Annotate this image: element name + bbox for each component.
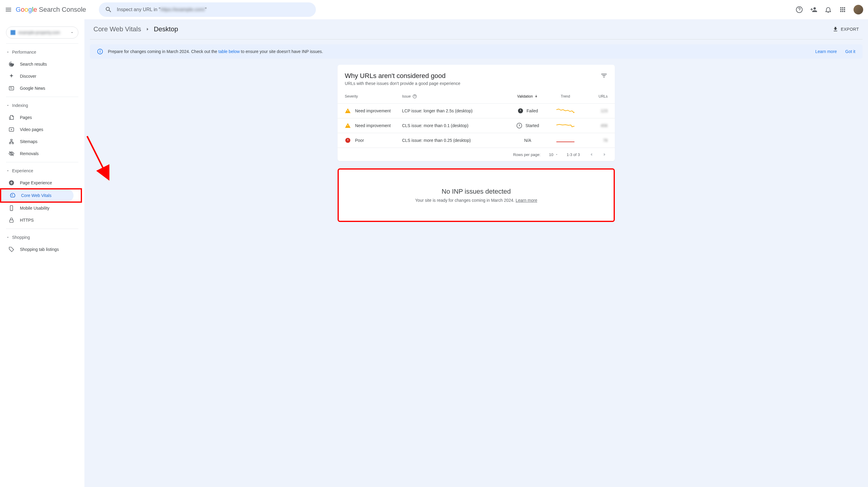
failed-icon bbox=[518, 108, 524, 114]
main-content: Core Web Vitals Desktop EXPORT Prepare f… bbox=[84, 19, 868, 487]
inp-card-title: No INP issues detected bbox=[351, 188, 601, 195]
mobile-icon bbox=[8, 205, 14, 211]
apps-grid-icon[interactable] bbox=[839, 6, 846, 13]
issues-card: Why URLs aren't considered good URLs wit… bbox=[338, 65, 615, 161]
video-icon bbox=[8, 127, 14, 132]
app-header: Google Search Console Inspect any URL in… bbox=[0, 0, 868, 19]
banner-learn-more[interactable]: Learn more bbox=[815, 49, 837, 54]
section-indexing[interactable]: Indexing bbox=[0, 99, 84, 111]
property-selector[interactable]: example-property.com bbox=[6, 27, 79, 38]
export-button[interactable]: EXPORT bbox=[832, 26, 859, 32]
col-urls[interactable]: URLs bbox=[584, 94, 608, 98]
product-name: Search Console bbox=[39, 6, 86, 13]
banner-text: Prepare for changes coming in March 2024… bbox=[108, 49, 323, 54]
warning-icon bbox=[345, 123, 351, 129]
chevron-down-icon bbox=[6, 50, 10, 54]
error-icon bbox=[345, 137, 351, 143]
removals-icon bbox=[8, 151, 14, 157]
nav-shopping-listings[interactable]: Shopping tab listings bbox=[0, 244, 80, 255]
hamburger-menu-icon[interactable] bbox=[5, 6, 12, 13]
nav-sitemaps[interactable]: Sitemaps bbox=[0, 135, 80, 148]
google-logo: Google bbox=[16, 6, 37, 13]
page-header: Core Web Vitals Desktop EXPORT bbox=[84, 19, 868, 39]
chevron-down-icon bbox=[6, 169, 10, 172]
col-trend[interactable]: Trend bbox=[547, 94, 584, 98]
nav-discover[interactable]: Discover bbox=[0, 70, 80, 82]
svg-rect-9 bbox=[10, 220, 13, 222]
svg-point-12 bbox=[100, 50, 100, 50]
section-performance[interactable]: Performance bbox=[0, 46, 84, 58]
trend-sparkline bbox=[556, 137, 575, 143]
next-page-icon[interactable] bbox=[601, 152, 608, 158]
rows-per-page-select[interactable]: 10 bbox=[549, 152, 558, 157]
table-header: Severity Issue Validation Trend URLs bbox=[338, 90, 615, 104]
help-icon[interactable] bbox=[796, 6, 803, 13]
col-validation[interactable]: Validation bbox=[508, 94, 547, 98]
nav-mobile-usability[interactable]: Mobile Usability bbox=[0, 202, 80, 214]
breadcrumb: Core Web Vitals Desktop bbox=[93, 25, 178, 33]
nav-google-news[interactable]: Google News bbox=[0, 82, 80, 94]
inp-status-card: No INP issues detected Your site is read… bbox=[338, 168, 615, 222]
property-name: example-property.com bbox=[19, 30, 67, 35]
nav-https[interactable]: HTTPS bbox=[0, 214, 80, 226]
issues-table: Severity Issue Validation Trend URLs bbox=[338, 90, 615, 148]
tag-icon bbox=[8, 246, 14, 252]
table-row[interactable]: Need improvement CLS issue: more than 0.… bbox=[338, 118, 615, 133]
banner-got-it[interactable]: Got it bbox=[845, 49, 855, 54]
news-icon bbox=[8, 85, 14, 91]
nav-removals[interactable]: Removals bbox=[0, 148, 80, 160]
user-avatar[interactable] bbox=[854, 5, 863, 14]
breadcrumb-parent[interactable]: Core Web Vitals bbox=[93, 25, 141, 33]
product-logo[interactable]: Google Search Console bbox=[16, 6, 86, 13]
svg-text:G: G bbox=[10, 62, 13, 67]
nav-search-results[interactable]: G Search results bbox=[0, 58, 80, 70]
svg-line-18 bbox=[87, 136, 108, 178]
table-row[interactable]: Need improvement LCP issue: longer than … bbox=[338, 104, 615, 118]
chevron-right-icon bbox=[145, 27, 150, 32]
pagination-range: 1-3 of 3 bbox=[567, 152, 580, 157]
inp-learn-more-link[interactable]: Learn more bbox=[516, 198, 537, 203]
issues-card-subtitle: URLs with these issues don't provide a g… bbox=[345, 81, 460, 86]
highlight-annotation: Core Web Vitals bbox=[0, 188, 82, 203]
search-icon bbox=[105, 6, 112, 13]
section-experience[interactable]: Experience bbox=[0, 165, 84, 177]
inp-card-subtitle: Your site is ready for changes coming in… bbox=[351, 198, 601, 203]
trend-sparkline bbox=[556, 123, 575, 129]
chevron-down-icon bbox=[70, 31, 74, 34]
trend-sparkline bbox=[556, 108, 575, 114]
warning-icon bbox=[345, 108, 351, 114]
table-row[interactable]: Poor CLS issue: more than 0.25 (desktop)… bbox=[338, 133, 615, 148]
nav-page-experience[interactable]: Page Experience bbox=[0, 177, 80, 189]
issues-card-title: Why URLs aren't considered good bbox=[345, 72, 460, 80]
notifications-icon[interactable] bbox=[825, 6, 832, 13]
discover-icon bbox=[8, 73, 14, 79]
google-g-icon: G bbox=[8, 61, 14, 67]
svg-rect-1 bbox=[9, 87, 14, 90]
prev-page-icon[interactable] bbox=[588, 152, 594, 158]
arrow-down-icon bbox=[534, 94, 538, 98]
lock-icon bbox=[8, 217, 14, 223]
arrow-annotation bbox=[82, 134, 118, 188]
pages-icon bbox=[8, 115, 14, 121]
property-favicon bbox=[10, 30, 16, 35]
pagination: Rows per page: 10 1-3 of 3 bbox=[338, 148, 615, 161]
nav-pages[interactable]: Pages bbox=[0, 111, 80, 124]
sidebar: example-property.com Performance G Searc… bbox=[0, 19, 84, 487]
plus-circle-icon bbox=[8, 180, 14, 186]
sitemap-icon bbox=[8, 138, 14, 144]
col-issue[interactable]: Issue bbox=[402, 94, 508, 98]
nav-video-pages[interactable]: Video pages bbox=[0, 124, 80, 135]
header-actions bbox=[796, 5, 863, 14]
info-icon bbox=[97, 48, 103, 55]
svg-point-8 bbox=[11, 209, 12, 210]
section-shopping[interactable]: Shopping bbox=[0, 231, 84, 244]
filter-icon[interactable] bbox=[600, 72, 608, 79]
nav-core-web-vitals[interactable]: Core Web Vitals bbox=[1, 189, 73, 201]
help-icon[interactable] bbox=[412, 94, 417, 98]
banner-inline-link[interactable]: table below bbox=[218, 49, 240, 54]
clock-icon bbox=[516, 123, 522, 129]
col-severity[interactable]: Severity bbox=[345, 94, 402, 98]
add-user-icon[interactable] bbox=[810, 6, 817, 13]
url-inspect-search[interactable]: Inspect any URL in "https://example.com/… bbox=[99, 2, 316, 17]
speed-icon bbox=[10, 192, 16, 198]
